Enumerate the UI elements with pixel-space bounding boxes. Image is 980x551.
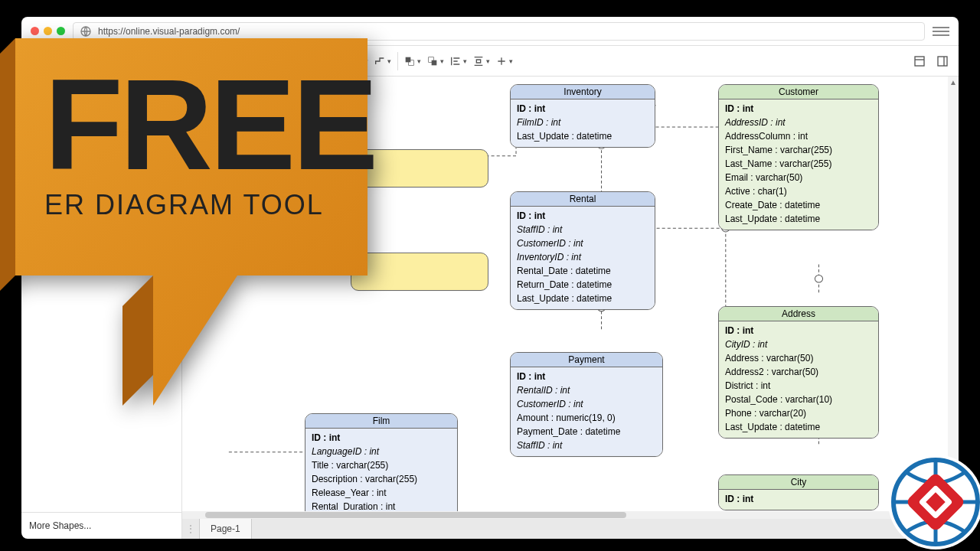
entity-row: ID : int bbox=[517, 102, 648, 116]
close-window-icon[interactable] bbox=[31, 27, 39, 35]
entity-row: ID : int bbox=[725, 324, 872, 337]
entity-title: Address bbox=[719, 307, 878, 321]
to-back-button[interactable]: ▾ bbox=[424, 50, 447, 73]
entity-row: Email : varchar(50) bbox=[725, 171, 872, 184]
entity-shape-yellow[interactable] bbox=[29, 125, 49, 139]
vertical-scrollbar[interactable]: ▲ bbox=[948, 77, 959, 511]
line-color-button[interactable]: ▾ bbox=[296, 50, 318, 73]
svg-marker-19 bbox=[0, 38, 15, 306]
copy-button[interactable] bbox=[197, 50, 220, 73]
to-front-button[interactable]: ▾ bbox=[401, 50, 424, 73]
tab-page-1[interactable]: Page-1 bbox=[199, 519, 252, 539]
accordion-label: En bbox=[34, 108, 46, 119]
add-button[interactable]: ▾ bbox=[493, 50, 516, 73]
undo-button[interactable] bbox=[56, 50, 79, 73]
entity-row: LanguageID : int bbox=[312, 445, 451, 458]
entity-row: Last_Name : varchar(255) bbox=[725, 157, 872, 171]
entity-row: ID : int bbox=[725, 492, 872, 506]
entity-rental[interactable]: Rental ID : intStaffID : intCustomerID :… bbox=[510, 191, 655, 310]
app-window: https://online.visual-paradigm.com/ 100%… bbox=[21, 17, 959, 539]
outline-panel-button[interactable] bbox=[931, 50, 954, 73]
tab-grip-icon[interactable]: ⋮ bbox=[182, 523, 199, 534]
entity-row: Last_Update : datetime bbox=[725, 212, 872, 226]
entity-title: Rental bbox=[511, 192, 655, 207]
entity-row: ID : int bbox=[517, 370, 656, 383]
entity-row: CustomerID : int bbox=[517, 236, 648, 250]
visual-paradigm-logo-icon bbox=[882, 448, 980, 551]
waypoint-button[interactable]: ▾ bbox=[371, 50, 394, 73]
traffic-lights bbox=[31, 27, 65, 35]
entity-city[interactable]: City ID : int bbox=[718, 474, 879, 510]
horizontal-scrollbar[interactable] bbox=[182, 511, 948, 519]
entity-inventory[interactable]: Inventory ID : intFilmID : intLast_Updat… bbox=[510, 84, 655, 148]
connector-style-button[interactable]: ▾ bbox=[348, 50, 371, 73]
zoom-out-button[interactable] bbox=[109, 50, 132, 73]
entity-row: Create_Date : datetime bbox=[725, 198, 872, 212]
format-panel-button[interactable] bbox=[908, 50, 931, 73]
redo-button[interactable] bbox=[79, 50, 102, 73]
zoom-level[interactable]: 100%▾ bbox=[132, 56, 167, 67]
more-shapes-button[interactable]: More Shapes... bbox=[21, 512, 181, 539]
entity-row: AddressColumn : int bbox=[725, 129, 872, 143]
entity-row: Release_Year : int bbox=[312, 486, 451, 500]
fill-color-button[interactable]: ▾ bbox=[273, 50, 296, 73]
entity-title: Film bbox=[305, 414, 457, 429]
entity-row: District : int bbox=[725, 379, 872, 393]
entity-address[interactable]: Address ID : intCityID : intAddress : va… bbox=[718, 306, 879, 439]
save-button[interactable] bbox=[26, 50, 49, 73]
entity-title: Payment bbox=[511, 353, 662, 367]
entity-row: Rental_Date : datetime bbox=[517, 264, 648, 278]
canvas[interactable]: Film ID : intLanguageID : intTitle : var… bbox=[182, 77, 959, 539]
delete-button[interactable] bbox=[243, 50, 266, 73]
entity-row: Address : varchar(50) bbox=[725, 351, 872, 365]
entity-hidden-2[interactable] bbox=[351, 253, 488, 291]
svg-rect-9 bbox=[432, 60, 437, 65]
entity-payment[interactable]: Payment ID : intRentalID : intCustomerID… bbox=[510, 352, 663, 457]
entity-row: AddressID : int bbox=[725, 116, 872, 129]
entity-row: CustomerID : int bbox=[517, 397, 656, 411]
globe-icon bbox=[80, 25, 92, 37]
shadow-button[interactable]: ▾ bbox=[318, 50, 341, 73]
minimize-window-icon[interactable] bbox=[44, 27, 52, 35]
entity-row: Last_Update : datetime bbox=[517, 292, 648, 305]
entity-row: StaffID : int bbox=[517, 439, 656, 452]
entity-row: Phone : varchar(20) bbox=[725, 406, 872, 420]
accordion-entity[interactable]: ▾ En bbox=[21, 104, 181, 122]
entity-title: Customer bbox=[719, 85, 878, 99]
svg-rect-12 bbox=[938, 57, 947, 66]
entity-row: InventoryID : int bbox=[517, 250, 648, 264]
entity-row: Description : varchar(255) bbox=[312, 472, 451, 486]
align-button[interactable]: ▾ bbox=[447, 50, 470, 73]
entity-row: RentalID : int bbox=[517, 383, 656, 397]
main-area: Se ▾ En More Shapes... bbox=[21, 77, 959, 539]
distribute-button[interactable]: ▾ bbox=[470, 50, 493, 73]
svg-rect-7 bbox=[406, 57, 411, 62]
entity-row: ID : int bbox=[725, 102, 872, 116]
shapes-sidebar: Se ▾ En More Shapes... bbox=[21, 77, 182, 539]
svg-point-15 bbox=[815, 276, 822, 282]
entity-row: Last_Update : datetime bbox=[517, 129, 648, 143]
entity-shape-green[interactable] bbox=[29, 145, 49, 158]
entity-hidden-1[interactable] bbox=[351, 149, 488, 187]
entity-row: Postal_Code : varchar(10) bbox=[725, 393, 872, 406]
entity-row: ID : int bbox=[312, 431, 451, 445]
entity-row: Last_Update : datetime bbox=[725, 420, 872, 434]
entity-row: CityID : int bbox=[725, 337, 872, 351]
entity-row: Address2 : varchar(50) bbox=[725, 365, 872, 379]
search-shapes-input[interactable]: Se bbox=[26, 81, 177, 99]
entity-row: First_Name : varchar(255) bbox=[725, 143, 872, 157]
paste-button[interactable] bbox=[220, 50, 243, 73]
entity-row: Title : varchar(255) bbox=[312, 458, 451, 472]
entity-row: ID : int bbox=[517, 209, 648, 223]
zoom-in-button[interactable] bbox=[167, 50, 190, 73]
entity-row: FilmID : int bbox=[517, 116, 648, 129]
toolbar: 100%▾ ▾ ▾ ▾ ▾ ▾ ▾ ▾ ▾ ▾ ▾ bbox=[21, 46, 959, 77]
address-bar[interactable]: https://online.visual-paradigm.com/ bbox=[73, 22, 925, 41]
browser-chrome: https://online.visual-paradigm.com/ bbox=[21, 17, 959, 46]
entity-customer[interactable]: Customer ID : intAddressID : intAddressC… bbox=[718, 84, 879, 230]
entity-row: Active : char(1) bbox=[725, 184, 872, 198]
collapse-icon: ▾ bbox=[28, 109, 31, 118]
maximize-window-icon[interactable] bbox=[57, 27, 65, 35]
hamburger-menu-icon[interactable] bbox=[933, 23, 949, 40]
shape-palette bbox=[21, 122, 181, 142]
